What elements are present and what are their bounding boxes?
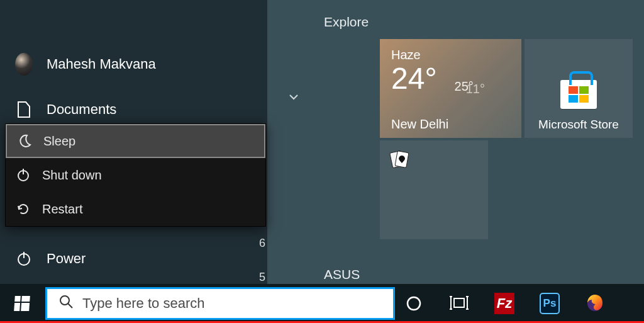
svg-line-7 — [68, 303, 72, 308]
badge-count: 6 — [259, 237, 265, 250]
svg-point-8 — [408, 297, 420, 310]
start-button[interactable] — [0, 284, 44, 323]
power-options-flyout: Sleep Shut down Restart — [5, 123, 266, 227]
documents-item[interactable]: Documents — [0, 92, 267, 127]
badge-count: 5 — [259, 271, 265, 284]
weather-tile[interactable]: Haze 24° 25° 11° New Delhi — [380, 39, 521, 138]
avatar-icon — [15, 53, 33, 76]
restart-icon — [16, 202, 31, 216]
svg-point-6 — [60, 296, 69, 305]
firefox-button[interactable] — [585, 293, 605, 314]
weather-condition: Haze — [391, 48, 510, 62]
group-header-asus[interactable]: ASUS — [324, 267, 360, 282]
search-icon — [58, 294, 74, 313]
weather-city: New Delhi — [391, 117, 448, 132]
moon-icon — [17, 134, 32, 148]
power-item[interactable]: Power — [0, 241, 267, 276]
shutdown-option[interactable]: Shut down — [6, 158, 265, 192]
sleep-option[interactable]: Sleep — [6, 124, 265, 158]
sleep-label: Sleep — [43, 134, 75, 149]
solitaire-tile[interactable] — [380, 140, 488, 239]
power-label: Power — [47, 251, 86, 267]
photoshop-button[interactable]: Ps — [540, 293, 560, 314]
shutdown-label: Shut down — [42, 168, 102, 183]
search-placeholder: Type here to search — [82, 295, 204, 312]
weather-temp: 24° — [391, 64, 437, 94]
user-account-item[interactable]: Mahesh Makvana — [0, 47, 267, 82]
chevron-down-icon[interactable] — [288, 91, 299, 106]
photoshop-icon: Ps — [540, 293, 560, 314]
taskbar: Type here to search Fz Ps — [0, 284, 644, 323]
search-input[interactable]: Type here to search — [45, 287, 395, 320]
filezilla-button[interactable]: Fz — [494, 293, 514, 314]
user-name-label: Mahesh Makvana — [47, 56, 156, 72]
group-header-explore[interactable]: Explore — [324, 14, 369, 30]
document-icon — [15, 101, 33, 118]
windows-logo-icon — [14, 296, 30, 311]
store-icon — [560, 80, 597, 109]
cortana-icon — [406, 295, 422, 312]
task-view-button[interactable] — [449, 293, 469, 314]
power-icon — [16, 168, 31, 182]
svg-rect-9 — [454, 298, 464, 307]
restart-option[interactable]: Restart — [6, 192, 265, 226]
filezilla-icon: Fz — [494, 293, 514, 314]
weather-low: 11° — [466, 82, 485, 96]
cortana-button[interactable] — [404, 293, 424, 314]
firefox-icon — [585, 293, 605, 314]
microsoft-store-tile[interactable]: Microsoft Store — [525, 39, 633, 138]
documents-label: Documents — [47, 101, 116, 118]
cards-icon — [389, 148, 411, 171]
power-icon — [15, 251, 33, 267]
store-label: Microsoft Store — [538, 118, 619, 132]
task-view-icon — [450, 296, 469, 311]
restart-label: Restart — [42, 202, 82, 217]
